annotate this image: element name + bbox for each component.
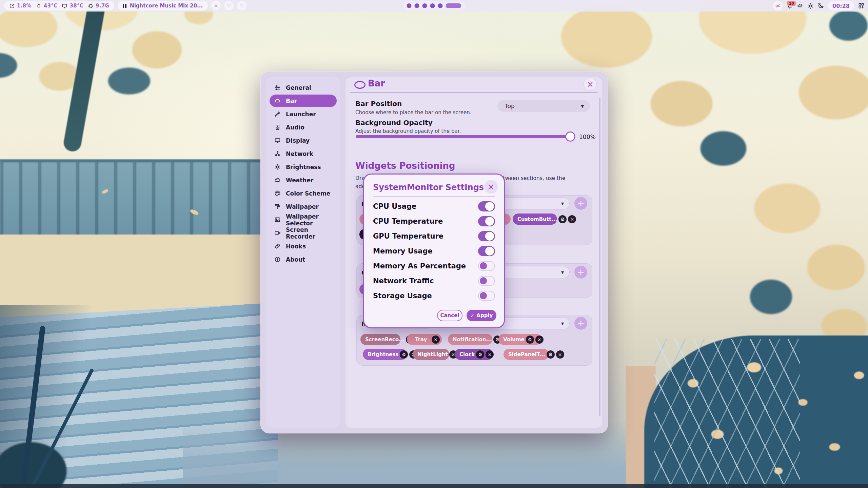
toggle-cpu-usage[interactable]	[478, 201, 495, 211]
wallpaper-foliage	[0, 0, 254, 136]
check-icon: ✓	[470, 312, 475, 319]
remove-icon[interactable]: ×	[556, 350, 564, 359]
video-camera-icon	[274, 230, 281, 236]
sidebar-item-color-scheme[interactable]: Color Scheme	[270, 187, 337, 200]
close-dialog-button[interactable]: ×	[484, 180, 498, 194]
gauge-icon	[9, 3, 15, 9]
workspace-dot[interactable]	[407, 3, 412, 8]
wallpaper-fence	[0, 159, 268, 240]
widget-chip[interactable]: CustomButt... ⚙ ×	[513, 214, 557, 225]
clock-module[interactable]: 00:28	[828, 1, 854, 11]
widget-chip[interactable]: Clock ⚙ ×	[455, 349, 493, 360]
sliders-icon	[274, 84, 281, 91]
close-window-button[interactable]: ×	[584, 78, 597, 91]
sidebar-item-brightness[interactable]: Brightness	[270, 161, 337, 173]
chevron-down-icon: ▾	[561, 200, 564, 207]
nightlight-off-icon[interactable]	[817, 2, 824, 9]
remove-icon[interactable]: ×	[432, 336, 440, 344]
opacity-slider-knob[interactable]	[565, 131, 575, 142]
workspace-dot[interactable]	[415, 3, 419, 8]
add-widget-button[interactable]: +	[574, 317, 587, 330]
sidebar-item-wallpaper[interactable]: Wallpaper	[270, 200, 337, 213]
widget-chip[interactable]: ScreenReco... ×	[360, 334, 400, 345]
widget-chip[interactable]: NightLight ×	[413, 349, 449, 360]
sidebar-item-screen-recorder[interactable]: Screen Recorder	[270, 227, 337, 239]
media-player-module[interactable]: Nightcore Music Mix 20...	[118, 1, 208, 11]
widget-chip[interactable]: Tray ×	[407, 334, 442, 345]
remove-icon[interactable]: ×	[486, 350, 494, 359]
widget-chip[interactable]: Brightness ⚙ ×	[363, 349, 407, 360]
apply-button[interactable]: ✓ Apply	[467, 310, 496, 321]
opacity-value: 100%	[579, 134, 596, 140]
gear-icon[interactable]: ⚙	[558, 215, 567, 223]
sidebar-item-audio[interactable]: Audio	[270, 121, 337, 134]
heart-button[interactable]: ♡	[237, 1, 246, 11]
toggle-row-gpu-temperature: GPU Temperature	[364, 229, 504, 244]
notification-badge: 10	[787, 1, 796, 6]
close-icon: ×	[487, 182, 495, 191]
toggle-memory-usage[interactable]	[478, 246, 495, 256]
widget-chip[interactable]: Notification... ⚙ ×	[448, 334, 492, 345]
paint-roller-icon	[274, 203, 281, 210]
toggle-network-traffic[interactable]	[478, 276, 495, 286]
background-opacity-desc: Adjust the background opacity of the bar…	[355, 128, 461, 134]
toggle-row-network-traffic: Network Traffic	[364, 273, 504, 288]
bar-position-dropdown[interactable]: Top ▾	[497, 100, 590, 112]
link-icon	[274, 243, 281, 249]
tray-app-button[interactable]: UC	[773, 1, 783, 11]
wallpaper-foliage	[722, 159, 868, 356]
workspace-dot[interactable]	[422, 3, 427, 8]
volume-icon[interactable]	[797, 2, 804, 9]
toggle-memory-as-percentage[interactable]	[478, 261, 495, 271]
skull-button[interactable]: ☠	[211, 1, 221, 11]
workspaces-module	[403, 1, 465, 11]
workspace-dot[interactable]	[430, 3, 435, 8]
monitor-icon	[62, 3, 67, 9]
gear-icon[interactable]: ⚙	[476, 350, 484, 359]
remove-icon[interactable]: ×	[535, 336, 544, 344]
settings-sidebar: General Bar Launcher Audio Display Netwo…	[266, 77, 340, 428]
remove-icon[interactable]: ×	[568, 215, 576, 223]
scrollbar[interactable]	[599, 98, 600, 416]
cancel-button[interactable]: Cancel	[437, 310, 462, 321]
heart-button[interactable]: ♡	[224, 1, 234, 11]
wallpaper-bottom-strip	[0, 484, 868, 488]
system-stats-module[interactable]: 1.8% 43°C 38°C 9.7G	[4, 1, 114, 11]
memory-stat: 9.7G	[88, 3, 109, 9]
toggle-cpu-temperature[interactable]	[478, 216, 495, 226]
sidebar-item-wallpaper-selector[interactable]: Wallpaper Selector	[270, 214, 337, 226]
toggle-row-memory-usage: Memory Usage	[364, 244, 504, 259]
gear-icon[interactable]: ⚙	[526, 336, 534, 344]
sidebar-item-general[interactable]: General	[270, 81, 337, 94]
brightness-icon[interactable]	[807, 3, 814, 9]
overview-icon[interactable]	[858, 2, 865, 9]
toggle-gpu-temperature[interactable]	[478, 231, 495, 241]
widget-chip[interactable]: Volume ⚙ ×	[498, 334, 541, 345]
workspace-active[interactable]	[446, 3, 461, 8]
wallpaper-foliage	[0, 430, 81, 488]
sidebar-item-bar[interactable]: Bar	[270, 95, 337, 107]
wallpaper-lattice-railing	[654, 339, 800, 488]
workspace-dot[interactable]	[438, 3, 443, 8]
cpu-temp-stat: 43°C	[36, 3, 58, 9]
chevron-down-icon: ▾	[561, 320, 564, 327]
sidebar-item-display[interactable]: Display	[270, 134, 337, 147]
flame-icon	[36, 3, 42, 9]
clock-text: 00:28	[832, 3, 850, 9]
toggle-storage-usage[interactable]	[478, 291, 495, 301]
add-widget-button[interactable]: +	[574, 197, 587, 210]
gear-icon[interactable]: ⚙	[547, 350, 555, 359]
image-icon	[274, 217, 281, 223]
toggle-row-memory-as-percentage: Memory As Percentage	[364, 259, 504, 273]
gear-icon[interactable]: ⚙	[400, 350, 408, 359]
sidebar-item-network[interactable]: Network	[270, 147, 337, 160]
bar-position-label: Bar Position	[355, 100, 402, 108]
sidebar-item-hooks[interactable]: Hooks	[270, 240, 337, 252]
add-widget-button[interactable]: +	[574, 266, 587, 279]
notifications-button[interactable]: 10	[786, 2, 793, 9]
sidebar-item-weather[interactable]: Weather	[270, 174, 337, 186]
widget-chip[interactable]: SidePanelT... ⚙ ×	[504, 349, 549, 360]
opacity-slider-track[interactable]	[356, 135, 573, 138]
sidebar-item-about[interactable]: About	[270, 253, 337, 266]
sidebar-item-launcher[interactable]: Launcher	[270, 108, 337, 120]
